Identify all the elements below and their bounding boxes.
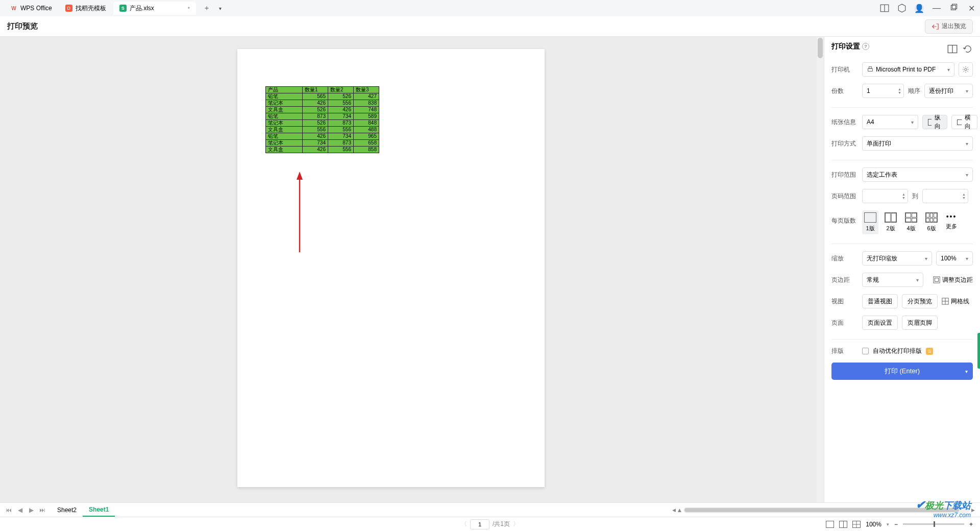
view-mode-3-icon[interactable] bbox=[852, 521, 861, 528]
svg-rect-12 bbox=[958, 119, 962, 125]
sheet-prev-button[interactable]: ◀ bbox=[15, 506, 24, 514]
cube-icon[interactable] bbox=[897, 4, 906, 13]
avatar-icon[interactable]: 👤 bbox=[915, 4, 924, 13]
svg-point-10 bbox=[965, 68, 967, 70]
vip-icon: S bbox=[926, 348, 933, 355]
tab-document[interactable]: S 产品.xlsx • bbox=[113, 2, 196, 15]
range-select[interactable]: 选定工作表▾ bbox=[862, 167, 973, 182]
exit-preview-button[interactable]: 退出预览 bbox=[925, 19, 973, 34]
exit-label: 退出预览 bbox=[942, 22, 966, 31]
help-icon[interactable]: ? bbox=[862, 43, 869, 50]
tab-template[interactable]: D 找稻壳模板 bbox=[59, 2, 112, 15]
perpage-2[interactable]: 2版 bbox=[883, 210, 899, 234]
refresh-icon[interactable] bbox=[963, 44, 973, 54]
order-select[interactable]: 逐份打印▾ bbox=[924, 84, 973, 98]
minimize-button[interactable]: — bbox=[932, 4, 941, 13]
data-table: 产品 数量1 数量2 数量3 铅笔565526427 笔记本426556838 … bbox=[265, 86, 379, 153]
svg-rect-8 bbox=[868, 68, 873, 71]
gridlines-button[interactable]: 网格线 bbox=[942, 294, 969, 308]
view-normal-button[interactable]: 普通视图 bbox=[862, 294, 898, 308]
maximize-button[interactable] bbox=[949, 4, 959, 13]
svg-rect-14 bbox=[935, 278, 939, 282]
portrait-icon bbox=[928, 119, 932, 126]
th: 数量2 bbox=[328, 87, 354, 93]
tab-menu-button[interactable]: ▾ bbox=[214, 3, 226, 14]
grid-icon bbox=[942, 298, 949, 305]
sheet-tab-sheet2[interactable]: Sheet2 bbox=[51, 503, 83, 517]
perpage-6[interactable]: 6版 bbox=[923, 210, 940, 234]
new-tab-button[interactable]: ＋ bbox=[201, 3, 212, 14]
perpage-4[interactable]: 4版 bbox=[903, 210, 919, 234]
scale-label: 缩放 bbox=[831, 254, 858, 263]
tab-wps-office[interactable]: W WPS Office bbox=[4, 2, 58, 15]
perpage-1[interactable]: 1版 bbox=[862, 210, 878, 234]
columns-icon[interactable] bbox=[947, 44, 958, 54]
view-page-button[interactable]: 分页预览 bbox=[902, 294, 938, 308]
window-controls: 👤 — ✕ bbox=[880, 0, 976, 16]
th: 数量1 bbox=[303, 87, 328, 93]
hscroll-left-button[interactable]: ◀ bbox=[672, 508, 676, 513]
printer-icon bbox=[867, 66, 874, 73]
preview-canvas: 产品 数量1 数量2 数量3 铅笔565526427 笔记本426556838 … bbox=[0, 37, 824, 502]
sheet-tab-sheet1[interactable]: Sheet1 bbox=[83, 503, 115, 517]
page-input[interactable] bbox=[470, 519, 489, 529]
hscroll-right-button[interactable]: ▶ bbox=[971, 508, 975, 513]
exit-icon bbox=[932, 23, 939, 30]
landscape-button[interactable]: 横向 bbox=[951, 115, 977, 129]
view-mode-2-icon[interactable] bbox=[839, 521, 847, 528]
margin-select[interactable]: 常规▾ bbox=[862, 273, 923, 287]
zoom-value[interactable]: 100% bbox=[866, 521, 881, 528]
th: 产品 bbox=[266, 87, 303, 93]
side-indicator bbox=[977, 333, 980, 369]
perpage-label: 每页版数 bbox=[831, 210, 858, 225]
layout-icon[interactable] bbox=[880, 4, 889, 13]
svg-marker-5 bbox=[297, 172, 303, 180]
scale-select[interactable]: 无打印缩放▾ bbox=[862, 251, 932, 266]
perpage-more[interactable]: •••更多 bbox=[944, 210, 959, 232]
prev-page-button[interactable]: 〈 bbox=[461, 520, 467, 528]
zoom-out-button[interactable]: − bbox=[894, 521, 898, 528]
sheet-first-button[interactable]: ⏮ bbox=[4, 506, 13, 514]
copies-input[interactable]: 1▲▼ bbox=[862, 84, 904, 98]
zoom-slider[interactable] bbox=[903, 523, 964, 525]
next-page-button[interactable]: 〉 bbox=[513, 520, 519, 528]
tab-dirty-dot: • bbox=[188, 5, 190, 12]
printer-select[interactable]: Microsoft Print to PDF▾ bbox=[862, 62, 954, 77]
statusbar: 〈 /共1页 〉 100% ▾ − + bbox=[0, 517, 980, 531]
margin-label: 页边距 bbox=[831, 276, 858, 284]
page-setup-button[interactable]: 页面设置 bbox=[862, 316, 898, 330]
landscape-icon bbox=[957, 119, 962, 125]
page-to-input[interactable]: ▲▼ bbox=[922, 189, 968, 203]
auto-layout-label: 自动优化打印排版 bbox=[873, 347, 922, 355]
tab-label: 产品.xlsx bbox=[130, 4, 154, 13]
page-title: 打印预览 bbox=[7, 21, 38, 31]
pagerange-label: 页码范围 bbox=[831, 192, 858, 201]
view-mode-1-icon[interactable] bbox=[826, 521, 834, 528]
margin-icon bbox=[933, 276, 940, 283]
paper-label: 纸张信息 bbox=[831, 118, 858, 127]
sheet-tabbar: ⏮ ◀ ▶ ⏭ Sheet2 Sheet1 ◀ ◀ ▶ bbox=[0, 502, 980, 517]
adjust-margin-button[interactable]: 调整页边距 bbox=[933, 273, 973, 287]
copies-label: 份数 bbox=[831, 87, 858, 95]
sheet-next-button[interactable]: ▶ bbox=[27, 506, 36, 514]
mode-select[interactable]: 单面打印▾ bbox=[862, 136, 973, 151]
gear-icon bbox=[962, 66, 969, 73]
zoom-in-button[interactable]: + bbox=[969, 521, 973, 528]
sheet-last-button[interactable]: ⏭ bbox=[38, 506, 47, 514]
order-label: 顺序 bbox=[908, 87, 920, 95]
paper-select[interactable]: A4▾ bbox=[862, 115, 918, 129]
page-from-input[interactable]: ▲▼ bbox=[862, 189, 908, 203]
scale-pct-select[interactable]: 100%▾ bbox=[936, 251, 973, 266]
portrait-button[interactable]: 纵向 bbox=[922, 115, 947, 129]
printer-settings-button[interactable] bbox=[959, 62, 973, 77]
auto-layout-checkbox[interactable] bbox=[862, 348, 869, 354]
th: 数量3 bbox=[354, 87, 379, 93]
page-label: 页面 bbox=[831, 319, 858, 327]
svg-rect-2 bbox=[951, 5, 955, 10]
printer-label: 打印机 bbox=[831, 65, 858, 74]
close-button[interactable]: ✕ bbox=[967, 4, 976, 13]
print-settings-panel: 打印设置? 打印机 Microsoft Print to PDF▾ 份数 1▲▼… bbox=[824, 37, 980, 502]
vertical-scrollbar[interactable] bbox=[817, 37, 824, 502]
header-footer-button[interactable]: 页眉页脚 bbox=[902, 316, 938, 330]
print-button[interactable]: 打印 (Enter)▾ bbox=[831, 363, 973, 380]
